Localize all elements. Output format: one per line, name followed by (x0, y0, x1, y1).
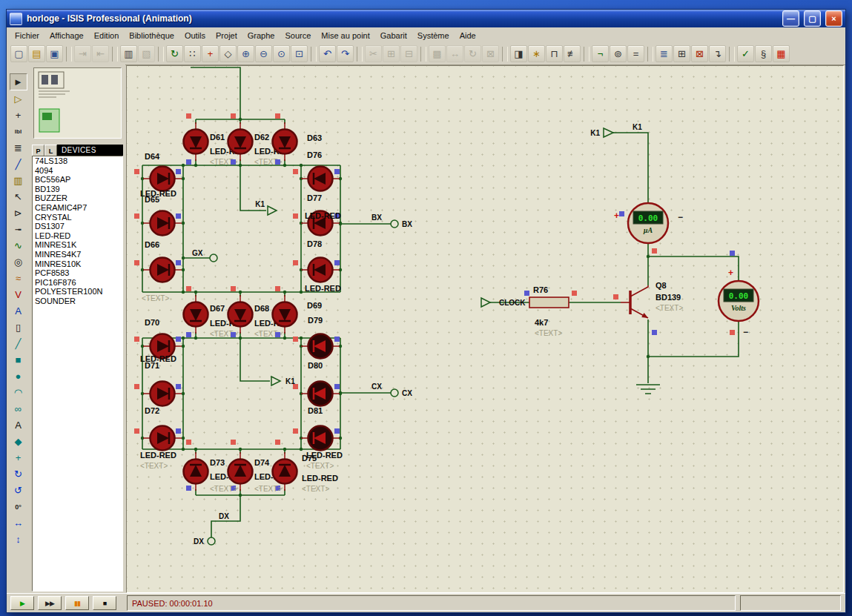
design-explorer-icon[interactable]: ≣ (655, 45, 673, 62)
close-button[interactable]: × (825, 10, 842, 27)
pick-parts-icon[interactable]: ◨ (510, 45, 527, 62)
led-D67[interactable] (184, 295, 208, 334)
menu-item[interactable]: Affichage (44, 29, 89, 42)
led-D73[interactable] (184, 452, 208, 491)
menu-item[interactable]: Système (412, 29, 455, 42)
remove-sheet-icon[interactable]: ⊠ (691, 45, 708, 62)
device-list-item[interactable]: LED-RED (33, 231, 122, 241)
menu-item[interactable]: Source (280, 29, 316, 42)
toolbar-separator[interactable] (357, 47, 363, 62)
toggle-grid-icon[interactable]: ∷ (184, 45, 201, 62)
component-mode-icon[interactable]: ▷ (10, 91, 27, 107)
step-button[interactable]: ▶▶ (38, 596, 62, 610)
device-list-item[interactable]: MINRES4K7 (33, 250, 122, 259)
y-mirror-icon[interactable]: ↕ (10, 531, 27, 547)
new-sheet-icon[interactable]: ⊞ (673, 45, 690, 62)
block-rotate-icon[interactable]: ↻ (464, 45, 481, 62)
junction-mode-icon[interactable]: + (10, 107, 27, 123)
paste-icon[interactable]: ⊟ (400, 45, 417, 62)
toolbar-separator[interactable] (311, 47, 317, 62)
rotation-angle-display[interactable]: 0° (10, 499, 27, 514)
block-copy-icon[interactable]: ▩ (429, 45, 446, 62)
toolbar-separator[interactable] (420, 47, 426, 62)
rotate-ccw-icon[interactable]: ↺ (10, 483, 27, 498)
menu-item[interactable]: Bibliothèque (124, 29, 179, 42)
ares-netlist-icon[interactable]: ▦ (773, 45, 790, 62)
led-D61[interactable] (184, 122, 208, 161)
menu-item[interactable]: Fichier (10, 29, 44, 42)
symbol-2d-icon[interactable]: ◆ (10, 434, 27, 449)
generator-mode-icon[interactable]: ≈ (10, 271, 27, 286)
device-list-item[interactable]: PCF8583 (33, 268, 122, 278)
toolbar-separator[interactable] (584, 47, 590, 62)
toolbar-separator[interactable] (66, 47, 72, 62)
erc-check-icon[interactable]: ✓ (737, 45, 754, 62)
block-delete-icon[interactable]: ⊠ (482, 45, 499, 62)
text-2d-icon[interactable]: A (10, 417, 27, 433)
bus-mode-icon[interactable]: ╱ (10, 156, 27, 172)
wire-label-mode-icon[interactable]: lbl (10, 124, 27, 139)
transistor-Q8[interactable] (621, 285, 648, 318)
device-list-item[interactable]: SOUNDER (33, 297, 122, 306)
tape-recorder-mode-icon[interactable]: ◎ (10, 254, 27, 270)
open-design-icon[interactable]: ▤ (28, 45, 45, 62)
x-mirror-icon[interactable]: ↔ (10, 515, 27, 531)
device-list-item[interactable]: BD139 (33, 185, 122, 194)
wire-autorouter-icon[interactable]: ¬ (592, 45, 609, 62)
device-list-item[interactable]: CERAMIC4P7 (33, 203, 122, 213)
pan-icon[interactable]: ◇ (219, 45, 237, 62)
graph-mode-icon[interactable]: ∿ (10, 238, 27, 254)
menu-item[interactable]: Gabarit (375, 29, 412, 42)
menu-item[interactable]: Projet (211, 29, 242, 42)
line-2d-icon[interactable]: ╱ (10, 336, 27, 351)
redraw-icon[interactable]: ↻ (166, 45, 183, 62)
toolbar-separator[interactable] (158, 47, 164, 62)
device-list-item[interactable]: 4094 (33, 166, 122, 176)
menu-item[interactable]: Aide (455, 29, 481, 42)
circle-2d-icon[interactable]: ● (10, 368, 27, 384)
toolbar-separator[interactable] (112, 47, 118, 62)
device-list-item[interactable]: BC556AP (33, 175, 122, 185)
toolbar-separator[interactable] (647, 47, 653, 62)
false-origin-icon[interactable]: + (202, 45, 219, 62)
zoom-in-icon[interactable]: ⊕ (237, 45, 254, 62)
voltage-probe-mode-icon[interactable]: V (10, 287, 27, 302)
instant-edit-mode-icon[interactable]: ↖ (10, 189, 27, 205)
cut-icon[interactable]: ✂ (365, 45, 382, 62)
led-D76[interactable] (301, 167, 340, 191)
menu-item[interactable]: Edition (89, 29, 125, 42)
subcircuit-mode-icon[interactable]: ▥ (10, 173, 27, 188)
current-probe-mode-icon[interactable]: A (10, 303, 27, 319)
import-section-icon[interactable]: ⇥ (74, 45, 91, 62)
overview-minimap[interactable] (33, 67, 122, 139)
led-D78[interactable] (301, 258, 340, 282)
selection-mode-icon[interactable]: ► (10, 73, 27, 90)
make-device-icon[interactable]: ∗ (528, 45, 545, 62)
schematic-canvas[interactable]: D61 D62 LED-RED LED-RED <TEXT> <TEXT> D6… (126, 65, 844, 593)
led-D69[interactable] (273, 295, 297, 334)
zoom-all-icon[interactable]: ⊙ (273, 45, 290, 62)
toolbar-separator[interactable] (729, 47, 735, 62)
stop-button[interactable]: ■ (93, 596, 116, 610)
device-list-item[interactable]: MINRES10K (33, 259, 122, 269)
device-list-item[interactable]: 74LS138 (33, 156, 122, 166)
save-design-icon[interactable]: ▣ (46, 45, 63, 62)
device-list-item[interactable]: BUZZER (33, 193, 122, 203)
netlist-compile-icon[interactable]: § (755, 45, 772, 62)
marker-2d-icon[interactable]: + (10, 450, 27, 466)
led-D68[interactable] (228, 295, 253, 334)
undo-icon[interactable]: ↶ (319, 45, 336, 62)
minimize-button[interactable]: — (782, 10, 799, 27)
pause-button[interactable]: ▮▮ (65, 596, 89, 610)
box-2d-icon[interactable]: ■ (10, 352, 27, 368)
property-assignment-icon[interactable]: = (627, 45, 644, 62)
new-design-icon[interactable]: ▢ (10, 45, 27, 62)
redo-icon[interactable]: ↷ (337, 45, 354, 62)
copy-icon[interactable]: ⊞ (383, 45, 400, 62)
mark-output-area-icon[interactable]: ▧ (138, 45, 155, 62)
device-list-item[interactable]: DS1307 (33, 222, 122, 231)
device-pin-mode-icon[interactable]: ╼ (10, 222, 27, 237)
ammeter[interactable]: 0.00 µA + − (614, 203, 683, 243)
play-button[interactable]: ▶ (10, 596, 34, 610)
device-list-item[interactable]: POLYESTER100N (33, 287, 122, 297)
